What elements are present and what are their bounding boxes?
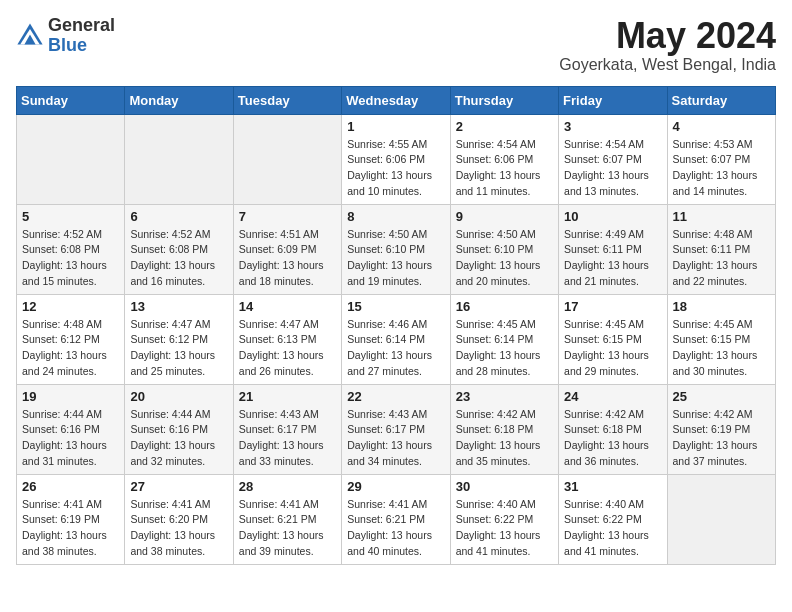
calendar-cell: 29Sunrise: 4:41 AMSunset: 6:21 PMDayligh… xyxy=(342,474,450,564)
calendar-cell xyxy=(17,114,125,204)
day-info: Sunrise: 4:42 AMSunset: 6:19 PMDaylight:… xyxy=(673,407,770,470)
day-info: Sunrise: 4:42 AMSunset: 6:18 PMDaylight:… xyxy=(456,407,553,470)
header-cell-thursday: Thursday xyxy=(450,86,558,114)
day-info: Sunrise: 4:50 AMSunset: 6:10 PMDaylight:… xyxy=(347,227,444,290)
calendar-cell: 16Sunrise: 4:45 AMSunset: 6:14 PMDayligh… xyxy=(450,294,558,384)
header-cell-wednesday: Wednesday xyxy=(342,86,450,114)
day-info: Sunrise: 4:41 AMSunset: 6:20 PMDaylight:… xyxy=(130,497,227,560)
week-row-3: 12Sunrise: 4:48 AMSunset: 6:12 PMDayligh… xyxy=(17,294,776,384)
day-number: 8 xyxy=(347,209,444,224)
day-number: 17 xyxy=(564,299,661,314)
day-number: 1 xyxy=(347,119,444,134)
calendar-cell: 27Sunrise: 4:41 AMSunset: 6:20 PMDayligh… xyxy=(125,474,233,564)
logo-blue: Blue xyxy=(48,36,115,56)
calendar-cell: 15Sunrise: 4:46 AMSunset: 6:14 PMDayligh… xyxy=(342,294,450,384)
location: Goyerkata, West Bengal, India xyxy=(559,56,776,74)
day-info: Sunrise: 4:46 AMSunset: 6:14 PMDaylight:… xyxy=(347,317,444,380)
calendar-cell: 4Sunrise: 4:53 AMSunset: 6:07 PMDaylight… xyxy=(667,114,775,204)
day-number: 22 xyxy=(347,389,444,404)
day-info: Sunrise: 4:41 AMSunset: 6:19 PMDaylight:… xyxy=(22,497,119,560)
day-number: 7 xyxy=(239,209,336,224)
calendar-header: SundayMondayTuesdayWednesdayThursdayFrid… xyxy=(17,86,776,114)
calendar-cell: 12Sunrise: 4:48 AMSunset: 6:12 PMDayligh… xyxy=(17,294,125,384)
logo-general: General xyxy=(48,16,115,36)
calendar-cell: 9Sunrise: 4:50 AMSunset: 6:10 PMDaylight… xyxy=(450,204,558,294)
calendar-cell: 22Sunrise: 4:43 AMSunset: 6:17 PMDayligh… xyxy=(342,384,450,474)
day-info: Sunrise: 4:45 AMSunset: 6:15 PMDaylight:… xyxy=(564,317,661,380)
day-info: Sunrise: 4:45 AMSunset: 6:15 PMDaylight:… xyxy=(673,317,770,380)
day-info: Sunrise: 4:51 AMSunset: 6:09 PMDaylight:… xyxy=(239,227,336,290)
calendar-cell: 31Sunrise: 4:40 AMSunset: 6:22 PMDayligh… xyxy=(559,474,667,564)
logo: General Blue xyxy=(16,16,115,56)
day-info: Sunrise: 4:47 AMSunset: 6:12 PMDaylight:… xyxy=(130,317,227,380)
calendar-cell: 6Sunrise: 4:52 AMSunset: 6:08 PMDaylight… xyxy=(125,204,233,294)
day-number: 24 xyxy=(564,389,661,404)
calendar-cell: 18Sunrise: 4:45 AMSunset: 6:15 PMDayligh… xyxy=(667,294,775,384)
header-cell-tuesday: Tuesday xyxy=(233,86,341,114)
day-number: 5 xyxy=(22,209,119,224)
month-year: May 2024 xyxy=(559,16,776,56)
day-number: 25 xyxy=(673,389,770,404)
day-number: 20 xyxy=(130,389,227,404)
day-number: 15 xyxy=(347,299,444,314)
day-info: Sunrise: 4:43 AMSunset: 6:17 PMDaylight:… xyxy=(347,407,444,470)
header-cell-saturday: Saturday xyxy=(667,86,775,114)
title-block: May 2024 Goyerkata, West Bengal, India xyxy=(559,16,776,74)
day-info: Sunrise: 4:40 AMSunset: 6:22 PMDaylight:… xyxy=(456,497,553,560)
day-number: 21 xyxy=(239,389,336,404)
day-info: Sunrise: 4:50 AMSunset: 6:10 PMDaylight:… xyxy=(456,227,553,290)
day-number: 29 xyxy=(347,479,444,494)
day-number: 3 xyxy=(564,119,661,134)
calendar-cell: 23Sunrise: 4:42 AMSunset: 6:18 PMDayligh… xyxy=(450,384,558,474)
day-info: Sunrise: 4:55 AMSunset: 6:06 PMDaylight:… xyxy=(347,137,444,200)
calendar-cell: 25Sunrise: 4:42 AMSunset: 6:19 PMDayligh… xyxy=(667,384,775,474)
day-number: 31 xyxy=(564,479,661,494)
calendar-cell: 24Sunrise: 4:42 AMSunset: 6:18 PMDayligh… xyxy=(559,384,667,474)
week-row-2: 5Sunrise: 4:52 AMSunset: 6:08 PMDaylight… xyxy=(17,204,776,294)
calendar-cell: 19Sunrise: 4:44 AMSunset: 6:16 PMDayligh… xyxy=(17,384,125,474)
day-number: 10 xyxy=(564,209,661,224)
day-number: 2 xyxy=(456,119,553,134)
calendar-cell: 30Sunrise: 4:40 AMSunset: 6:22 PMDayligh… xyxy=(450,474,558,564)
calendar-cell xyxy=(233,114,341,204)
day-number: 14 xyxy=(239,299,336,314)
day-number: 16 xyxy=(456,299,553,314)
day-info: Sunrise: 4:48 AMSunset: 6:12 PMDaylight:… xyxy=(22,317,119,380)
day-info: Sunrise: 4:54 AMSunset: 6:07 PMDaylight:… xyxy=(564,137,661,200)
day-info: Sunrise: 4:41 AMSunset: 6:21 PMDaylight:… xyxy=(239,497,336,560)
calendar-cell: 26Sunrise: 4:41 AMSunset: 6:19 PMDayligh… xyxy=(17,474,125,564)
logo-text: General Blue xyxy=(48,16,115,56)
day-info: Sunrise: 4:48 AMSunset: 6:11 PMDaylight:… xyxy=(673,227,770,290)
calendar-cell: 28Sunrise: 4:41 AMSunset: 6:21 PMDayligh… xyxy=(233,474,341,564)
calendar-cell: 21Sunrise: 4:43 AMSunset: 6:17 PMDayligh… xyxy=(233,384,341,474)
day-info: Sunrise: 4:47 AMSunset: 6:13 PMDaylight:… xyxy=(239,317,336,380)
calendar-cell: 8Sunrise: 4:50 AMSunset: 6:10 PMDaylight… xyxy=(342,204,450,294)
calendar-body: 1Sunrise: 4:55 AMSunset: 6:06 PMDaylight… xyxy=(17,114,776,564)
day-number: 6 xyxy=(130,209,227,224)
day-number: 23 xyxy=(456,389,553,404)
calendar-cell: 13Sunrise: 4:47 AMSunset: 6:12 PMDayligh… xyxy=(125,294,233,384)
header-cell-sunday: Sunday xyxy=(17,86,125,114)
day-number: 27 xyxy=(130,479,227,494)
day-number: 28 xyxy=(239,479,336,494)
calendar-cell: 1Sunrise: 4:55 AMSunset: 6:06 PMDaylight… xyxy=(342,114,450,204)
calendar-cell xyxy=(125,114,233,204)
day-info: Sunrise: 4:52 AMSunset: 6:08 PMDaylight:… xyxy=(22,227,119,290)
calendar-table: SundayMondayTuesdayWednesdayThursdayFrid… xyxy=(16,86,776,565)
calendar-cell: 5Sunrise: 4:52 AMSunset: 6:08 PMDaylight… xyxy=(17,204,125,294)
day-number: 9 xyxy=(456,209,553,224)
calendar-cell: 10Sunrise: 4:49 AMSunset: 6:11 PMDayligh… xyxy=(559,204,667,294)
day-info: Sunrise: 4:45 AMSunset: 6:14 PMDaylight:… xyxy=(456,317,553,380)
day-number: 19 xyxy=(22,389,119,404)
day-info: Sunrise: 4:49 AMSunset: 6:11 PMDaylight:… xyxy=(564,227,661,290)
day-info: Sunrise: 4:52 AMSunset: 6:08 PMDaylight:… xyxy=(130,227,227,290)
calendar-cell xyxy=(667,474,775,564)
day-info: Sunrise: 4:41 AMSunset: 6:21 PMDaylight:… xyxy=(347,497,444,560)
week-row-5: 26Sunrise: 4:41 AMSunset: 6:19 PMDayligh… xyxy=(17,474,776,564)
day-info: Sunrise: 4:53 AMSunset: 6:07 PMDaylight:… xyxy=(673,137,770,200)
day-info: Sunrise: 4:44 AMSunset: 6:16 PMDaylight:… xyxy=(22,407,119,470)
week-row-1: 1Sunrise: 4:55 AMSunset: 6:06 PMDaylight… xyxy=(17,114,776,204)
day-number: 13 xyxy=(130,299,227,314)
day-info: Sunrise: 4:44 AMSunset: 6:16 PMDaylight:… xyxy=(130,407,227,470)
day-number: 26 xyxy=(22,479,119,494)
